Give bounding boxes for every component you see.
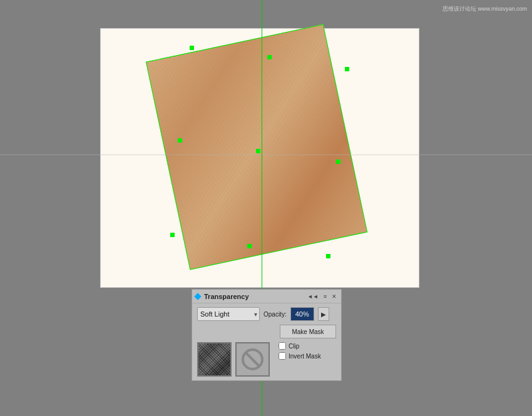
panel-title-area: Transparency [195,293,249,300]
invert-mask-row: Invert Mask [279,352,321,360]
watermark: 思维设计论坛 www.missvyan.com [442,5,527,13]
handle-top-left[interactable] [190,46,194,50]
blend-opacity-row: Soft Light Normal Multiply Screen Overla… [197,307,336,321]
clip-checkbox[interactable] [279,342,286,350]
panel-titlebar: Transparency ◄◄ ≡ ✕ [192,290,341,303]
blend-mode-select[interactable]: Soft Light Normal Multiply Screen Overla… [197,307,260,321]
handle-mid-right[interactable] [336,160,340,164]
handle-bottom-right[interactable] [326,254,330,258]
panel-body: Soft Light Normal Multiply Screen Overla… [192,303,341,380]
handle-center[interactable] [256,149,260,153]
opacity-input[interactable] [290,307,314,321]
handle-top-right[interactable] [345,67,349,71]
clip-row: Clip [279,342,321,350]
handle-top-mid[interactable] [267,55,272,59]
mask-thumbnail[interactable] [235,342,270,377]
transparency-panel: Transparency ◄◄ ≡ ✕ Soft Light Normal Mu… [192,289,342,381]
panel-diamond-icon [194,293,201,300]
panel-collapse-button[interactable]: ◄◄ [306,293,320,300]
blend-mode-wrapper: Soft Light Normal Multiply Screen Overla… [197,307,260,321]
panel-controls: ◄◄ ≡ ✕ [306,293,338,300]
invert-mask-checkbox[interactable] [279,352,286,360]
clip-label: Clip [289,343,299,350]
panel-menu-button[interactable]: ≡ [322,293,328,300]
handle-bottom-mid[interactable] [247,244,252,248]
panel-title: Transparency [204,293,249,300]
handle-mid-left[interactable] [178,138,182,143]
thumbnail-texture [198,343,230,375]
opacity-label: Opacity: [263,311,287,318]
make-mask-button[interactable]: Make Mask [280,325,336,338]
make-mask-row: Make Mask [197,325,336,338]
guide-horizontal [0,155,532,155]
handle-bottom-left[interactable] [170,233,175,237]
canvas-area [0,0,532,288]
panel-close-button[interactable]: ✕ [330,293,338,300]
no-mask-icon [242,348,263,370]
layer-thumbnail[interactable] [197,342,232,377]
opacity-arrow-button[interactable]: ▶ [318,307,329,321]
checkboxes-area: Clip Invert Mask [279,342,321,360]
invert-mask-label: Invert Mask [289,353,321,360]
